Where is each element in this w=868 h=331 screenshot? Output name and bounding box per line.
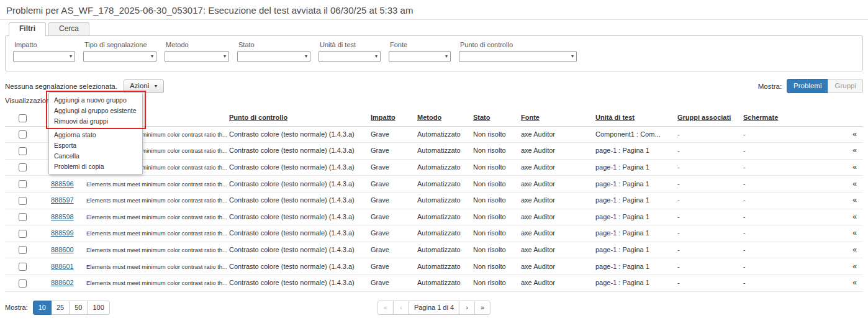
filter-select-tipo-di-segnalazione[interactable]: ▾: [83, 51, 156, 62]
issue-source: axe Auditor: [518, 225, 593, 242]
menu-item-update-status[interactable]: Aggiorna stato: [49, 130, 142, 140]
issue-checkpoint: Contrasto colore (testo normale) (1.4.3.…: [227, 159, 368, 176]
issue-source: axe Auditor: [518, 159, 593, 176]
collapse-columns-icon[interactable]: «: [852, 229, 857, 237]
issue-id-link[interactable]: 888599: [51, 229, 74, 237]
filter-label-punto-di-controllo: Punto di controllo: [460, 41, 577, 49]
menu-item-add-to-existing-group[interactable]: Aggiungi al gruppo esistente: [49, 106, 142, 116]
issue-checkpoint: Contrasto colore (testo normale) (1.4.3.…: [227, 242, 368, 258]
filter-label-metodo: Metodo: [166, 41, 229, 49]
issue-screenshots: -: [741, 274, 841, 291]
issue-checkpoint: Contrasto colore (testo normale) (1.4.3.…: [227, 274, 368, 291]
filter-label-tipo-di-segnalazione: Tipo di segnalazione: [84, 41, 156, 49]
page-size-100-button[interactable]: 100: [87, 301, 109, 315]
menu-item-export[interactable]: Esporta: [49, 140, 142, 151]
column-header-method[interactable]: Metodo: [417, 114, 441, 121]
issue-id-link[interactable]: 888598: [51, 213, 74, 220]
menu-item-remove-from-groups[interactable]: Rimuovi dai gruppi: [49, 116, 142, 127]
page-size-25-button[interactable]: 25: [51, 301, 70, 315]
pagination: « ‹ Pagina 1 di 4 › »: [377, 301, 491, 315]
filter-tabs: Filtri Cerca: [9, 22, 863, 35]
issue-groups: -: [675, 274, 741, 291]
column-header-screenshots[interactable]: Schermate: [743, 114, 778, 121]
page-size-50-button[interactable]: 50: [69, 301, 88, 315]
issue-test-unit: page-1 : Pagina 1: [593, 143, 675, 160]
row-checkbox[interactable]: [19, 180, 27, 188]
issue-source: axe Auditor: [518, 126, 593, 143]
caret-down-icon: ▼: [153, 84, 158, 88]
row-checkbox[interactable]: [19, 163, 27, 171]
filter-select-impatto[interactable]: ▾: [13, 51, 75, 62]
issue-status: Non risolto: [471, 159, 518, 176]
collapse-columns-icon[interactable]: «: [852, 146, 857, 155]
issue-description: Elements must meet minimum color contras…: [84, 242, 227, 258]
issue-test-unit: page-1 : Pagina 1: [593, 225, 675, 242]
filter-select-metodo[interactable]: ▾: [165, 51, 229, 62]
collapse-columns-icon[interactable]: «: [852, 179, 857, 188]
menu-item-delete[interactable]: Cancella: [49, 151, 142, 161]
row-checkbox[interactable]: [19, 279, 27, 288]
column-header-source[interactable]: Fonte: [521, 114, 540, 121]
tab-cerca[interactable]: Cerca: [48, 22, 89, 35]
select-all-checkbox[interactable]: [19, 114, 27, 122]
filter-select-stato[interactable]: ▾: [237, 51, 310, 62]
filter-select-fonte[interactable]: ▾: [389, 51, 451, 62]
column-header-status[interactable]: Stato: [473, 114, 491, 121]
collapse-columns-icon[interactable]: «: [852, 130, 857, 138]
collapse-columns-icon[interactable]: «: [852, 196, 857, 204]
issue-id-link[interactable]: 888602: [51, 279, 74, 286]
table-row: 888596 Elements must meet minimum color …: [5, 176, 863, 193]
column-header-test-unit[interactable]: Unità di test: [595, 114, 635, 121]
tab-filtri[interactable]: Filtri: [9, 22, 46, 36]
issue-id-link[interactable]: 888600: [51, 246, 74, 253]
page-indicator: Pagina 1 di 4: [409, 301, 459, 315]
collapse-columns-icon[interactable]: «: [852, 262, 857, 271]
table-row: 888602 Elements must meet minimum color …: [5, 274, 863, 291]
last-page-button[interactable]: »: [474, 301, 491, 315]
issue-groups: -: [675, 209, 741, 225]
row-checkbox[interactable]: [19, 197, 27, 205]
column-header-groups[interactable]: Gruppi associati: [677, 114, 731, 121]
issue-id-link[interactable]: 888601: [51, 263, 74, 270]
row-checkbox[interactable]: [19, 147, 27, 155]
issue-id-link[interactable]: 888596: [51, 180, 74, 188]
actions-button[interactable]: Azioni ▼: [124, 79, 164, 93]
menu-item-add-to-new-group[interactable]: Aggiungi a nuovo gruppo: [49, 95, 142, 106]
row-checkbox[interactable]: [19, 246, 27, 254]
filter-select-unita-di-test[interactable]: ▾: [319, 51, 381, 62]
issue-screenshots: -: [741, 143, 841, 160]
column-header-checkpoint[interactable]: Punto di controllo: [229, 114, 287, 121]
prev-page-button[interactable]: ‹: [393, 301, 409, 315]
issue-checkpoint: Contrasto colore (testo normale) (1.4.3.…: [227, 258, 368, 275]
row-checkbox[interactable]: [19, 230, 27, 238]
row-checkbox[interactable]: [19, 263, 27, 271]
show-toggle-group: Mostra: Problemi Gruppi: [758, 79, 863, 93]
collapse-columns-icon[interactable]: «: [852, 278, 857, 287]
issue-impact: Grave: [368, 143, 415, 160]
collapse-columns-icon[interactable]: «: [852, 163, 857, 171]
show-groups-button[interactable]: Gruppi: [828, 79, 863, 93]
row-checkbox[interactable]: [19, 130, 27, 138]
action-bar: Nessuna segnalazione selezionata. Azioni…: [5, 79, 863, 93]
filter-group-impatto: Impatto ▾: [13, 41, 75, 62]
issue-method: Automatizzato: [415, 126, 471, 143]
collapse-columns-icon[interactable]: «: [852, 212, 857, 221]
filter-select-punto-di-controllo[interactable]: ▾: [459, 51, 577, 62]
filter-group-metodo: Metodo ▾: [165, 41, 229, 62]
first-page-button[interactable]: «: [377, 301, 394, 315]
column-header-impact[interactable]: Impatto: [371, 114, 396, 121]
issue-test-unit: page-1 : Pagina 1: [593, 258, 675, 275]
issue-checkpoint: Contrasto colore (testo normale) (1.4.3.…: [227, 126, 368, 143]
collapse-columns-icon[interactable]: «: [852, 245, 857, 254]
selection-status-text: Nessuna segnalazione selezionata.: [5, 83, 117, 90]
next-page-button[interactable]: ›: [459, 301, 475, 315]
row-checkbox[interactable]: [19, 213, 27, 221]
menu-divider: [49, 128, 142, 129]
page-size-10-button[interactable]: 10: [33, 301, 52, 315]
show-problems-button[interactable]: Problemi: [787, 79, 828, 93]
issue-id-link[interactable]: 888597: [51, 196, 74, 204]
menu-item-copy-issues[interactable]: Problemi di copia: [49, 161, 142, 172]
issue-impact: Grave: [368, 126, 415, 143]
table-row: 888600 Elements must meet minimum color …: [5, 242, 863, 258]
filter-panel: Impatto ▾ Tipo di segnalazione ▾ Metodo …: [5, 35, 863, 71]
